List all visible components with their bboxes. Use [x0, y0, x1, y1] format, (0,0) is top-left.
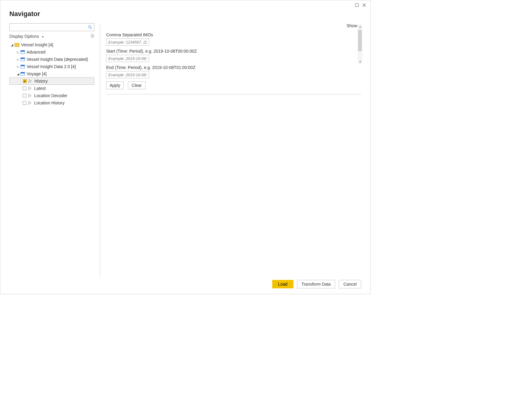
expand-icon[interactable]: ▷ — [17, 65, 20, 68]
collapse-icon[interactable]: ◢ — [17, 72, 20, 76]
divider — [106, 94, 361, 94]
checkbox[interactable] — [23, 87, 26, 90]
table-icon — [21, 72, 25, 76]
svg-point-3 — [89, 26, 91, 28]
expand-icon[interactable]: ▷ — [17, 58, 20, 61]
tree-label: Location History — [34, 100, 64, 105]
tree-label: Vessel Insight [4] — [21, 42, 53, 47]
navigator-left-pane: Display Options ▼ ◢ Vessel Insight [4] ▷… — [9, 23, 100, 277]
checkbox[interactable] — [23, 101, 26, 105]
scroll-thumb[interactable] — [358, 30, 362, 51]
tree-item-vessel-insight-data-2[interactable]: ▷ Vessel Insight Data 2.0 [4] — [9, 63, 94, 70]
fx-icon: fx — [28, 93, 32, 98]
dialog-body: Display Options ▼ ◢ Vessel Insight [4] ▷… — [0, 23, 370, 277]
tree-label: History — [34, 79, 48, 84]
end-input[interactable] — [106, 71, 149, 78]
show-dropdown[interactable]: Show ▼ — [106, 23, 361, 28]
vertical-scrollbar[interactable]: ∧ ∨ — [358, 25, 362, 64]
folder-icon — [15, 43, 19, 47]
navigator-dialog: Navigator Display Options ▼ — [0, 0, 371, 294]
dialog-footer: Load Transform Data Cancel — [272, 280, 361, 288]
field-label-imos: Comma Separated IMOs — [106, 32, 361, 37]
table-icon — [21, 50, 25, 54]
tree-label: Latest — [34, 86, 46, 91]
tree-item-advanced[interactable]: ▷ Advanced — [9, 48, 94, 56]
clear-button[interactable]: Clear — [128, 81, 145, 89]
chevron-down-icon: ▼ — [41, 35, 44, 38]
checkbox[interactable] — [23, 79, 27, 83]
svg-rect-0 — [355, 4, 358, 7]
svg-line-4 — [91, 28, 92, 29]
tree-item-history[interactable]: fx History — [9, 77, 94, 85]
navigator-tree: ◢ Vessel Insight [4] ▷ Advanced ▷ Vessel… — [9, 41, 94, 107]
tree-item-voyage[interactable]: ◢ Voyage [4] — [9, 70, 94, 77]
table-icon — [21, 65, 25, 68]
field-label-start: Start (Time: Period), e.g. 2019-10-08T00… — [106, 49, 361, 54]
tree-item-location-decoder[interactable]: fx Location Decoder — [9, 92, 94, 99]
expand-icon[interactable]: ▷ — [17, 51, 20, 54]
fx-icon: fx — [28, 86, 32, 91]
display-options-dropdown[interactable]: Display Options ▼ — [9, 34, 44, 39]
tree-label: Vessel Insight Data (deprecated) — [27, 57, 88, 62]
navigator-right-pane: Show ▼ Comma Separated IMOs Start (Time:… — [100, 23, 361, 277]
tree-label: Location Decoder — [34, 93, 67, 98]
fx-icon: fx — [28, 79, 33, 84]
parameter-form: Comma Separated IMOs Start (Time: Period… — [106, 32, 361, 94]
page-title: Navigator — [0, 8, 370, 23]
transform-data-button[interactable]: Transform Data — [297, 280, 335, 288]
search-input[interactable] — [10, 25, 86, 30]
tree-item-latest[interactable]: fx Latest — [9, 85, 94, 92]
form-buttons: Apply Clear — [106, 81, 361, 89]
display-options-row: Display Options ▼ — [9, 34, 94, 39]
tree-root-vessel-insight[interactable]: ◢ Vessel Insight [4] — [9, 41, 94, 48]
maximize-icon[interactable] — [354, 2, 360, 8]
display-options-label: Display Options — [9, 34, 39, 39]
tree-label: Advanced — [27, 50, 45, 54]
cancel-button[interactable]: Cancel — [339, 280, 361, 288]
fx-icon: fx — [28, 100, 32, 105]
collapse-icon[interactable]: ◢ — [11, 43, 14, 47]
window-controls — [0, 0, 370, 8]
imos-input[interactable] — [106, 38, 149, 46]
tree-label: Voyage [4] — [27, 71, 47, 76]
field-label-end: End (Time: Period), e.g. 2019-10-08T01:0… — [106, 65, 361, 70]
tree-item-location-history[interactable]: fx Location History — [9, 99, 94, 107]
table-icon — [21, 57, 25, 61]
apply-button[interactable]: Apply — [106, 81, 124, 89]
refresh-icon[interactable] — [90, 34, 94, 39]
tree-label: Vessel Insight Data 2.0 [4] — [27, 64, 76, 69]
scroll-down-icon[interactable]: ∨ — [359, 59, 361, 64]
load-button[interactable]: Load — [272, 280, 293, 288]
search-box[interactable] — [9, 23, 94, 31]
scroll-up-icon[interactable]: ∧ — [359, 25, 361, 29]
show-label: Show — [347, 23, 357, 28]
checkbox[interactable] — [23, 94, 26, 97]
close-icon[interactable] — [361, 2, 367, 8]
tree-item-vessel-insight-data-deprecated[interactable]: ▷ Vessel Insight Data (deprecated) — [9, 56, 94, 63]
search-icon[interactable] — [86, 25, 94, 29]
start-input[interactable] — [106, 55, 149, 62]
